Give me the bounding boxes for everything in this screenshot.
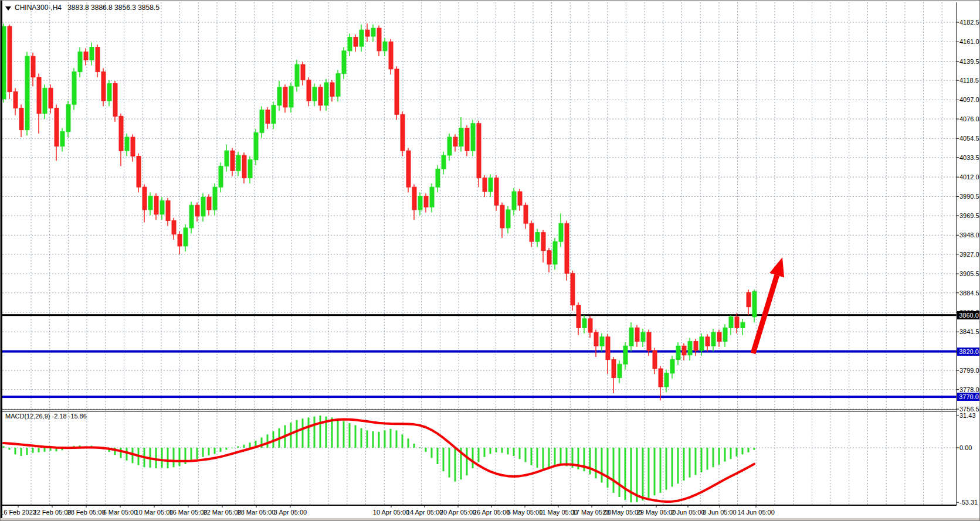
bullish-candle xyxy=(383,42,387,50)
bullish-candle xyxy=(260,110,264,133)
horizontal-level-line[interactable] xyxy=(2,350,957,353)
bullish-candle xyxy=(78,52,82,71)
bullish-candle xyxy=(254,132,258,159)
bullish-candle xyxy=(535,233,540,241)
bearish-candle xyxy=(406,151,411,187)
horizontal-level-line[interactable] xyxy=(2,396,957,398)
bearish-candle xyxy=(143,187,147,210)
bearish-candle xyxy=(735,317,739,328)
support2-price-badge[interactable]: 3770.0 xyxy=(957,393,980,401)
bearish-candle xyxy=(330,83,334,96)
symbol-timeframe-label: CHINA300-,H4 xyxy=(15,4,62,12)
bullish-candle xyxy=(148,196,152,210)
bearish-candle xyxy=(659,369,663,387)
bearish-candle xyxy=(283,87,287,107)
bearish-candle xyxy=(354,38,358,46)
time-axis-label: 14 Apr 05:00 xyxy=(406,509,443,516)
bullish-candle xyxy=(436,169,440,187)
bearish-candle xyxy=(266,110,270,124)
macd-axis-label: 31.43 xyxy=(959,412,976,419)
bearish-candle xyxy=(465,128,469,151)
bullish-candle xyxy=(618,364,622,377)
bearish-candle xyxy=(84,52,88,60)
bullish-candle xyxy=(600,337,604,346)
bullish-candle xyxy=(236,155,240,171)
bearish-candle xyxy=(131,137,135,156)
bearish-candle xyxy=(401,114,405,151)
bullish-candle xyxy=(289,86,293,107)
bullish-candle xyxy=(629,328,633,346)
bullish-candle xyxy=(559,223,563,241)
bearish-candle xyxy=(55,108,59,146)
time-axis-label: 5 May 05:00 xyxy=(507,509,543,516)
time-axis-label: 23 May 05:00 xyxy=(603,509,642,516)
bearish-candle xyxy=(318,87,323,105)
price-axis-label: 4161.0 xyxy=(959,38,979,45)
bearish-candle xyxy=(389,42,393,69)
bearish-candle xyxy=(647,332,651,350)
bearish-candle xyxy=(653,350,657,369)
trading-chart-window: CHINA300-,H4 3883.8 3886.8 3856.3 3858.5… xyxy=(0,0,980,521)
bearish-candle xyxy=(154,196,158,214)
bullish-candle xyxy=(277,87,282,105)
time-axis-label: 28 Mar 05:00 xyxy=(238,509,276,516)
bullish-candle xyxy=(160,200,164,214)
bearish-candle xyxy=(541,233,545,251)
price-axis-label: 4139.5 xyxy=(959,58,979,65)
bullish-candle xyxy=(664,373,669,387)
price-axis-label: 4054.5 xyxy=(959,135,979,142)
bullish-candle xyxy=(700,337,704,350)
chart-dropdown-icon[interactable] xyxy=(5,6,11,11)
macd-signal-line xyxy=(4,420,754,502)
macd-indicator-label: MACD(12,26,9) -2.18 -15.86 xyxy=(5,413,87,420)
bearish-candle xyxy=(494,178,499,205)
bullish-candle xyxy=(459,128,463,146)
price-axis-label: 4097.0 xyxy=(959,96,979,103)
bullish-candle xyxy=(348,38,352,51)
price-axis-label: 3905.5 xyxy=(959,270,979,277)
window-bottom-strip xyxy=(1,518,980,521)
bullish-candle xyxy=(752,291,757,316)
bearish-candle xyxy=(49,88,53,108)
chart-title: CHINA300-,H4 3883.8 3886.8 3856.3 3858.5 xyxy=(5,4,160,12)
bearish-candle xyxy=(178,234,182,246)
support1-price-badge[interactable]: 3820.0 xyxy=(957,348,980,356)
time-axis-label: 29 May 05:00 xyxy=(637,509,676,516)
bullish-candle xyxy=(201,197,205,216)
price-axis-label: 4118.5 xyxy=(959,77,979,84)
bullish-candle xyxy=(184,228,188,246)
bearish-candle xyxy=(635,328,639,341)
bullish-candle xyxy=(489,178,493,192)
price-axis-label: 3884.5 xyxy=(959,290,979,297)
macd-axis-label: 0.00 xyxy=(959,444,972,451)
bullish-candle xyxy=(582,319,586,328)
time-axis-label: 28 Feb 05:00 xyxy=(67,509,106,516)
bullish-candle xyxy=(512,192,516,210)
bullish-candle xyxy=(60,132,65,147)
trend-arrow-head[interactable] xyxy=(769,257,784,277)
time-axis-label: 2 Jun 05:00 xyxy=(671,509,705,516)
bearish-candle xyxy=(483,178,487,192)
bullish-candle xyxy=(670,360,674,373)
price-axis-label: 4012.0 xyxy=(959,173,979,181)
bullish-candle xyxy=(430,187,434,207)
bearish-candle xyxy=(242,155,246,178)
bearish-candle xyxy=(195,205,199,216)
bearish-candle xyxy=(301,64,305,80)
bullish-candle xyxy=(72,71,76,104)
bullish-candle xyxy=(342,51,346,74)
bearish-candle xyxy=(477,124,481,178)
bearish-candle xyxy=(717,332,721,341)
resistance-price-badge[interactable]: 3860.0 xyxy=(957,311,980,319)
bullish-candle xyxy=(447,137,452,155)
bearish-candle xyxy=(207,197,211,210)
bearish-candle xyxy=(547,251,551,264)
bearish-candle xyxy=(524,205,528,223)
bullish-candle xyxy=(418,196,422,210)
bullish-candle xyxy=(688,342,692,355)
horizontal-level-line[interactable] xyxy=(2,314,957,316)
bearish-candle xyxy=(377,28,381,51)
bullish-candle xyxy=(25,56,29,130)
bullish-candle xyxy=(248,160,252,178)
chart-canvas[interactable]: 4182.54161.04139.54118.54097.04076.04054… xyxy=(1,1,980,521)
